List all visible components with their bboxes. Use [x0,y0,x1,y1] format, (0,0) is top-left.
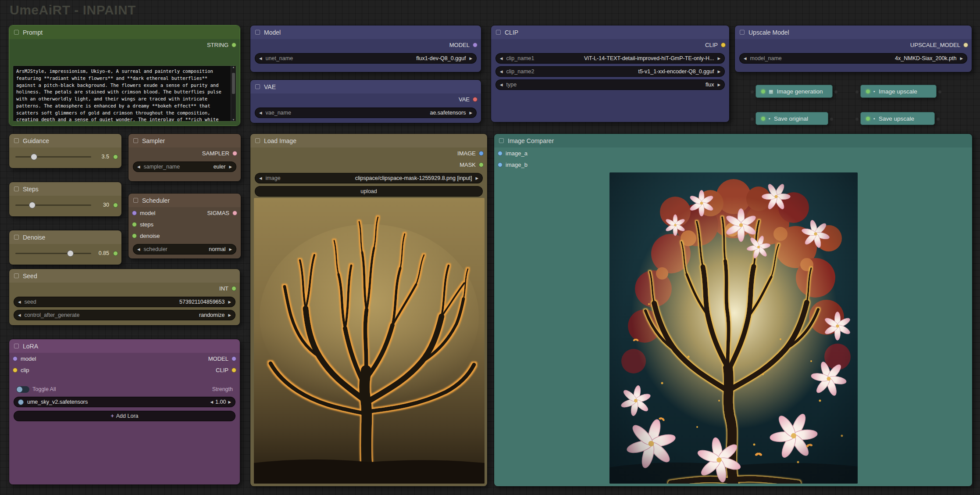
unet-name-widget[interactable]: ◀ unet_name flux1-dev-Q8_0.gguf ▶ [255,53,477,64]
collapse-icon[interactable] [255,138,260,143]
collapse-icon[interactable] [14,187,19,191]
arrow-left-icon[interactable]: ◀ [137,247,140,251]
arrow-right-icon[interactable]: ▶ [229,247,232,251]
node-header[interactable]: Load Image [250,134,487,147]
node-header[interactable]: Upscale Model [735,25,972,39]
slider-track[interactable] [15,156,91,158]
node-header[interactable]: Denoise [9,230,121,244]
arrow-left-icon[interactable]: ◀ [259,176,262,180]
arrow-right-icon[interactable]: ▶ [228,313,231,317]
output-slot-float[interactable] [113,154,118,159]
arrow-left-icon[interactable]: ◀ [210,400,214,404]
arrow-left-icon[interactable]: ◀ [500,82,503,87]
slider-track[interactable] [15,253,91,254]
node-header[interactable]: LoRA [9,339,240,353]
toggle-save-upscale[interactable]: ▪ Save upscale [860,112,935,125]
slider-knob[interactable] [29,202,36,208]
output-slot-mask[interactable] [479,162,484,167]
output-slot-model[interactable] [232,356,236,361]
slot-dot[interactable] [855,118,859,121]
output-slot-clip[interactable] [232,368,236,373]
node-load-image[interactable]: Load Image IMAGE MASK ◀ image clipspace/… [250,133,488,487]
node-header[interactable]: Image Comparer [494,134,972,147]
scheduler-widget[interactable]: ◀ scheduler normal ▶ [133,244,236,255]
collapse-icon[interactable] [255,84,260,89]
arrow-left-icon[interactable]: ◀ [259,111,262,115]
slot-dot[interactable] [834,90,837,93]
node-model[interactable]: Model MODEL ◀ unet_name flux1-dev-Q8_0.g… [250,25,481,72]
output-slot-string[interactable] [232,43,236,47]
slot-dot[interactable] [855,90,859,93]
node-vae[interactable]: VAE VAE ◀ vae_name ae.safetensors ▶ [250,79,481,123]
node-seed[interactable]: Seed INT ◀ seed 573921104859653 ▶ ◀ cont… [9,269,240,326]
collapse-icon[interactable] [255,30,260,35]
steps-slider[interactable] [15,202,91,208]
toggle-on-indicator[interactable] [866,117,870,121]
arrow-right-icon[interactable]: ▶ [229,165,232,169]
arrow-left-icon[interactable]: ◀ [259,56,262,61]
arrow-left-icon[interactable]: ◀ [500,56,503,61]
arrow-left-icon[interactable]: ◀ [500,69,503,74]
arrow-left-icon[interactable]: ◀ [137,165,140,169]
slot-dot[interactable] [830,118,833,121]
node-sampler[interactable]: Sampler SAMPLER ◀ sampler_name euler ▶ [128,133,241,182]
arrow-left-icon[interactable]: ◀ [18,313,21,317]
lora-enabled-toggle[interactable] [18,399,24,405]
collapse-icon[interactable] [496,30,501,35]
toggle-image-upscale[interactable]: ▪ Image upscale [860,85,937,98]
arrow-right-icon[interactable]: ▶ [469,111,472,115]
toggle-all-switch[interactable] [16,386,29,393]
collapse-icon[interactable] [14,138,19,143]
node-steps[interactable]: Steps 30 [9,182,122,217]
output-slot-model[interactable] [473,43,478,47]
collapse-icon[interactable] [14,344,19,348]
node-header[interactable]: Model [250,25,481,39]
collapse-icon[interactable] [499,138,504,143]
output-slot-float[interactable] [113,251,118,256]
output-slot-vae[interactable] [473,97,478,102]
input-slot-clip[interactable] [13,368,18,373]
slider-track[interactable] [15,204,91,206]
node-prompt[interactable]: Prompt STRING ArsMJStyle, impressionism,… [9,25,240,126]
input-slot-steps[interactable] [132,222,137,227]
clip-name2-widget[interactable]: ◀ clip_name2 t5-v1_1-xxl-encoder-Q8_0.gg… [495,66,725,77]
slot-dot[interactable] [937,118,940,121]
arrow-right-icon[interactable]: ▶ [717,82,720,87]
toggle-image-generation[interactable]: ▦ Image generation [755,85,833,98]
toggle-save-original[interactable]: ▪ Save original [755,112,828,125]
output-slot-int[interactable] [232,286,236,291]
guidance-slider[interactable] [15,154,91,160]
input-slot-model[interactable] [132,211,137,215]
collapse-icon[interactable] [133,138,138,143]
arrow-right-icon[interactable]: ▶ [717,56,720,61]
scroll-up-icon[interactable]: ▲ [232,66,235,68]
arrow-left-icon[interactable]: ◀ [18,300,21,304]
collapse-icon[interactable] [14,235,19,240]
arrow-left-icon[interactable]: ◀ [744,56,747,61]
slot-dot[interactable] [938,90,941,93]
input-slot-image-b[interactable] [498,162,502,167]
image-file-widget[interactable]: ◀ image clipspace/clipspace-mask-1255929… [255,173,483,183]
output-slot-upscale-model[interactable] [963,43,968,47]
scroll-down-icon[interactable]: ▼ [232,118,235,121]
output-slot-sampler[interactable] [232,151,237,156]
slider-knob[interactable] [67,250,74,257]
node-clip[interactable]: CLIP CLIP ◀ clip_name1 ViT-L-14-TEXT-det… [491,25,730,122]
node-guidance[interactable]: Guidance 3.5 [9,133,122,169]
scrollbar-thumb[interactable] [232,73,235,94]
seed-widget[interactable]: ◀ seed 573921104859653 ▶ [14,297,235,307]
arrow-right-icon[interactable]: ▶ [469,56,472,61]
toggle-on-indicator[interactable] [761,90,765,93]
node-upscale-model[interactable]: Upscale Model UPSCALE_MODEL ◀ model_name… [734,25,972,72]
input-slot-denoise[interactable] [132,233,137,238]
add-lora-button[interactable]: + Add Lora [14,411,235,421]
toggle-on-indicator[interactable] [866,90,870,93]
output-slot-int[interactable] [113,203,118,208]
lora-item-row[interactable]: ume_sky_v2.safetensors ◀ 1.00 ▶ [14,397,235,407]
textarea-scrollbar[interactable]: ▲ ▼ [231,66,236,121]
collapse-icon[interactable] [740,30,745,35]
collapse-icon[interactable] [14,273,19,278]
output-slot-sigmas[interactable] [232,211,237,215]
arrow-right-icon[interactable]: ▶ [717,69,720,74]
upscale-model-name-widget[interactable]: ◀ model_name 4x_NMKD-Siax_200k.pth ▶ [739,53,967,64]
